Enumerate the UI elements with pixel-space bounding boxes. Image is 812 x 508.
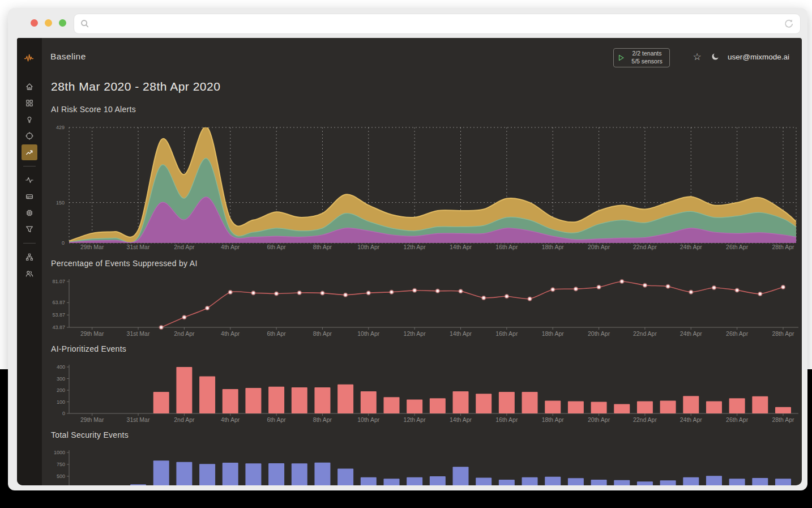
axes: 43.8753.8763.8781.07 <box>52 279 798 330</box>
svg-text:12th Apr: 12th Apr <box>404 416 426 423</box>
maximize-button[interactable] <box>59 19 66 27</box>
svg-text:300: 300 <box>57 376 65 382</box>
svg-text:16th Apr: 16th Apr <box>495 330 518 337</box>
svg-text:200: 200 <box>57 387 65 393</box>
svg-text:24th Apr: 24th Apr <box>680 244 703 250</box>
svg-text:4th Apr: 4th Apr <box>221 416 240 423</box>
svg-text:81.07: 81.07 <box>52 279 65 284</box>
svg-text:31st Mar: 31st Mar <box>127 416 150 423</box>
svg-text:28th Apr: 28th Apr <box>772 416 794 423</box>
svg-text:750: 750 <box>57 462 65 467</box>
chart-title-suppressed: Percentage of Events Suppressed by AI <box>51 259 198 268</box>
svg-text:12th Apr: 12th Apr <box>404 244 426 250</box>
svg-text:10th Apr: 10th Apr <box>357 416 380 423</box>
svg-text:2nd Apr: 2nd Apr <box>174 330 195 337</box>
minimize-button[interactable] <box>45 19 52 27</box>
prioritized-events-bar-chart: 010020030040029th Mar31st Mar2nd Apr4th … <box>17 358 802 428</box>
browser-window: Baseline 2/2 tenants 5/5 sensors ☆ user@… <box>8 8 807 490</box>
chart-title-risk-score: AI Risk Score 10 Alerts <box>51 105 136 114</box>
svg-text:4th Apr: 4th Apr <box>221 330 240 337</box>
bar-series <box>130 460 791 485</box>
svg-text:8th Apr: 8th Apr <box>313 244 332 250</box>
chart-title-total: Total Security Events <box>51 430 129 439</box>
svg-text:400: 400 <box>57 364 65 370</box>
mixmode-logo <box>24 53 35 64</box>
svg-text:2nd Apr: 2nd Apr <box>174 244 195 250</box>
svg-text:20th Apr: 20th Apr <box>588 416 610 423</box>
svg-text:8th Apr: 8th Apr <box>313 330 332 337</box>
svg-text:26th Apr: 26th Apr <box>726 244 749 250</box>
svg-text:14th Apr: 14th Apr <box>450 416 472 423</box>
x-axis-labels: 29th Mar31st Mar2nd Apr4th Apr6th Apr8th… <box>80 416 794 423</box>
stacked-area-layers <box>69 127 796 243</box>
svg-text:18th Apr: 18th Apr <box>542 244 565 250</box>
home-icon <box>25 82 34 91</box>
traffic-lights <box>31 19 66 27</box>
favorite-button[interactable]: ☆ <box>691 50 703 63</box>
date-range-title: 28th Mar 2020 - 28th Apr 2020 <box>51 80 220 93</box>
total-events-bar-chart: 500750100029th Mar31st Mar2nd Apr4th Apr… <box>17 445 802 485</box>
svg-text:28th Apr: 28th Apr <box>772 330 794 337</box>
app-content: Baseline 2/2 tenants 5/5 sensors ☆ user@… <box>17 38 802 485</box>
svg-text:53.87: 53.87 <box>52 312 65 318</box>
svg-text:22nd Apr: 22nd Apr <box>633 330 657 337</box>
svg-text:28th Apr: 28th Apr <box>772 244 794 250</box>
svg-text:6th Apr: 6th Apr <box>267 244 286 250</box>
svg-text:29th Mar: 29th Mar <box>80 416 104 423</box>
svg-text:63.87: 63.87 <box>52 300 65 305</box>
sidebar-item-home[interactable] <box>22 79 37 95</box>
svg-text:10th Apr: 10th Apr <box>357 244 380 250</box>
svg-text:29th Mar: 29th Mar <box>80 244 104 250</box>
svg-text:14th Apr: 14th Apr <box>450 330 472 337</box>
svg-text:8th Apr: 8th Apr <box>313 416 332 423</box>
refresh-icon[interactable] <box>783 18 794 29</box>
svg-text:12th Apr: 12th Apr <box>404 330 426 337</box>
page-title: Baseline <box>50 52 86 62</box>
svg-text:29th Mar: 29th Mar <box>80 330 104 337</box>
sidebar-item-dashboard[interactable] <box>22 95 37 111</box>
svg-text:26th Apr: 26th Apr <box>726 416 749 423</box>
url-search-bar[interactable] <box>74 14 801 34</box>
sensors-count: 5/5 sensors <box>629 58 665 66</box>
svg-text:1000: 1000 <box>54 450 65 455</box>
close-button[interactable] <box>31 19 38 27</box>
tenants-count: 2/2 tenants <box>629 50 665 58</box>
x-axis-labels: 29th Mar31st Mar2nd Apr4th Apr6th Apr8th… <box>80 330 794 337</box>
svg-text:150: 150 <box>56 200 65 206</box>
moon-icon <box>711 52 720 61</box>
svg-text:429: 429 <box>56 125 65 130</box>
svg-text:18th Apr: 18th Apr <box>542 416 565 423</box>
risk-score-area-chart: 429150029th Mar31st Mar2nd Apr4th Apr6th… <box>17 121 802 257</box>
svg-text:2nd Apr: 2nd Apr <box>174 416 195 423</box>
bar-series <box>153 367 791 413</box>
x-axis-labels: 29th Mar31st Mar2nd Apr4th Apr6th Apr8th… <box>80 244 794 250</box>
svg-text:31st Mar: 31st Mar <box>127 330 150 337</box>
browser-chrome <box>8 8 807 38</box>
svg-text:20th Apr: 20th Apr <box>588 330 610 337</box>
grid-icon <box>25 99 34 108</box>
svg-text:26th Apr: 26th Apr <box>726 330 749 337</box>
svg-text:0: 0 <box>62 411 65 416</box>
svg-text:43.87: 43.87 <box>52 325 65 330</box>
suppressed-percentage-line-chart: 43.8753.8763.8781.0729th Mar31st Mar2nd … <box>17 273 802 342</box>
svg-text:20th Apr: 20th Apr <box>588 244 610 250</box>
svg-text:31st Mar: 31st Mar <box>127 244 150 250</box>
svg-text:22nd Apr: 22nd Apr <box>633 416 657 423</box>
svg-text:4th Apr: 4th Apr <box>221 244 240 250</box>
svg-text:24th Apr: 24th Apr <box>680 416 703 423</box>
svg-text:6th Apr: 6th Apr <box>267 330 286 337</box>
svg-text:14th Apr: 14th Apr <box>450 244 472 250</box>
tenant-selector-button[interactable]: 2/2 tenants 5/5 sensors <box>613 48 670 67</box>
svg-text:100: 100 <box>57 399 65 405</box>
search-input[interactable] <box>90 19 783 29</box>
line-series <box>160 280 785 329</box>
user-email[interactable]: user@mixmode.ai <box>728 53 789 61</box>
play-icon <box>618 54 625 61</box>
star-icon: ☆ <box>693 51 701 63</box>
svg-text:16th Apr: 16th Apr <box>495 244 518 250</box>
svg-text:18th Apr: 18th Apr <box>542 330 565 337</box>
search-icon <box>80 19 90 29</box>
chart-title-prioritized: AI-Prioritized Events <box>51 344 126 353</box>
theme-toggle-button[interactable] <box>709 50 721 63</box>
svg-text:500: 500 <box>57 473 65 479</box>
